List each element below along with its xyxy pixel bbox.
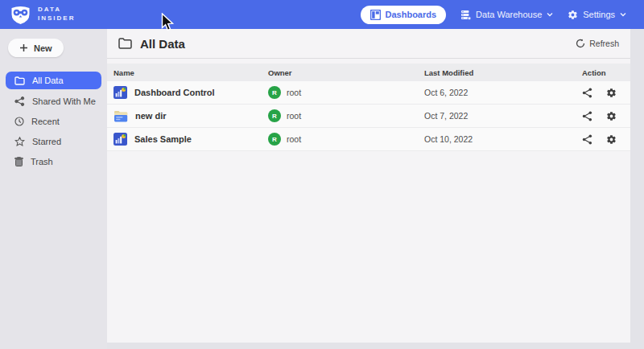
gear-icon[interactable] [606, 88, 617, 98]
sidebar-item-trash[interactable]: Trash [0, 153, 107, 170]
dashboard-file-icon [114, 86, 127, 99]
owl-logo-icon [10, 5, 31, 25]
refresh-button[interactable]: Refresh [576, 39, 619, 48]
last-modified: Oct 6, 2022 [424, 88, 582, 97]
gear-icon[interactable] [606, 134, 617, 145]
share-icon[interactable] [582, 134, 592, 145]
owner-avatar: R [268, 133, 281, 146]
main-content: All Data Refresh Name Owner Last Modifie… [107, 29, 630, 343]
share-icon [14, 96, 25, 106]
database-icon [460, 10, 471, 20]
app-logo: DATA INSIDER [10, 5, 75, 25]
sidebar-item-all-data[interactable]: All Data [6, 72, 101, 89]
new-button[interactable]: New [8, 39, 64, 57]
dashboards-label: Dashboards [386, 10, 437, 19]
gear-icon [568, 10, 578, 20]
dashboard-grid-icon [370, 10, 381, 20]
sidebar-item-shared-with-me[interactable]: Shared With Me [0, 92, 107, 109]
column-header-name: Name [114, 68, 268, 77]
share-icon[interactable] [582, 88, 592, 98]
top-menu: Dashboards Data Warehouse [361, 6, 626, 24]
file-name: new dir [135, 111, 167, 121]
chevron-down-icon [547, 12, 553, 17]
new-button-label: New [34, 43, 52, 53]
page-title-group: All Data [118, 37, 185, 51]
sidebar: New All Data Shared With Me [0, 29, 107, 349]
sidebar-item-label: Shared With Me [32, 96, 96, 106]
table-row[interactable]: new dir R root Oct 7, 2022 [107, 105, 630, 128]
column-header-owner: Owner [268, 68, 424, 77]
folder-icon [118, 38, 132, 49]
content-header: All Data Refresh [107, 29, 630, 59]
refresh-icon [576, 39, 585, 48]
sidebar-item-label: All Data [32, 76, 64, 85]
column-header-action: Action [582, 68, 630, 77]
folder-file-icon [114, 110, 128, 122]
owner-name: root [287, 111, 301, 121]
gear-icon[interactable] [606, 111, 617, 121]
settings-label: Settings [583, 10, 615, 19]
last-modified: Oct 7, 2022 [424, 111, 582, 121]
table-header-row: Name Owner Last Modified Action [107, 64, 630, 81]
data-warehouse-label: Data Warehouse [476, 10, 542, 19]
data-warehouse-menu[interactable]: Data Warehouse [460, 10, 553, 20]
dashboards-button[interactable]: Dashboards [361, 6, 447, 24]
column-header-last-modified: Last Modified [424, 68, 582, 77]
sidebar-nav: All Data Shared With Me Recent [0, 72, 107, 170]
dashboard-file-icon [114, 133, 127, 146]
settings-menu[interactable]: Settings [568, 10, 626, 20]
chevron-down-icon [620, 12, 626, 17]
folder-icon [14, 76, 25, 85]
trash-icon [14, 157, 23, 166]
refresh-label: Refresh [589, 39, 619, 48]
app-name: DATA INSIDER [38, 6, 75, 23]
sidebar-item-label: Starred [32, 137, 61, 146]
sidebar-item-recent[interactable]: Recent [0, 113, 107, 129]
sidebar-item-starred[interactable]: Starred [0, 133, 107, 150]
plus-icon [19, 43, 28, 52]
owner-name: root [287, 134, 301, 144]
owner-avatar: R [268, 109, 281, 122]
star-icon [14, 137, 25, 146]
last-modified: Oct 10, 2022 [424, 134, 582, 144]
top-navigation-bar: DATA INSIDER Dashboards [0, 0, 644, 29]
page-title: All Data [140, 37, 185, 51]
clock-icon [14, 117, 24, 126]
owner-avatar: R [268, 86, 281, 99]
files-table: Name Owner Last Modified Action D [107, 64, 630, 151]
table-row[interactable]: Dashboard Control R root Oct 6, 2022 [107, 81, 630, 105]
sidebar-item-label: Trash [31, 157, 53, 166]
file-name: Dashboard Control [134, 88, 215, 97]
owner-name: root [287, 88, 301, 97]
share-icon[interactable] [582, 111, 592, 121]
table-row[interactable]: Sales Sample R root Oct 10, 2022 [107, 128, 630, 151]
file-name: Sales Sample [134, 134, 192, 144]
sidebar-item-label: Recent [31, 117, 60, 126]
